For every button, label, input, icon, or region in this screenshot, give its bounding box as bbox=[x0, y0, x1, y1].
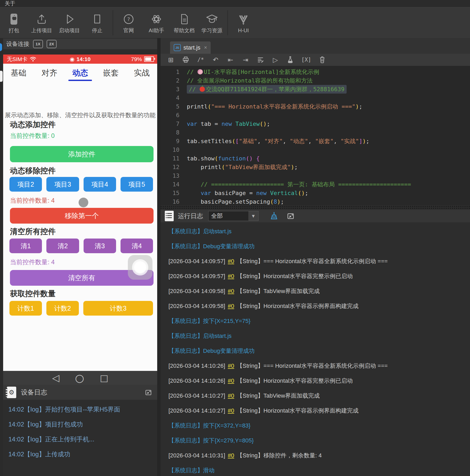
log-ref-link[interactable]: #0 bbox=[228, 288, 234, 295]
phone-button-项目3[interactable]: 项目3 bbox=[46, 177, 79, 192]
phone-tab-嵌套[interactable]: 嵌套 bbox=[96, 64, 127, 82]
log-timestamp: [2026-03-04 14:10:31] bbox=[168, 452, 225, 459]
flask-icon[interactable] bbox=[286, 56, 294, 64]
log-ref-link[interactable]: #0 bbox=[228, 273, 234, 280]
phone-button-计数3[interactable]: 计数3 bbox=[83, 301, 153, 316]
log-timestamp: [2026-03-04 14:10:26] bbox=[168, 377, 225, 384]
system-log-text: 【系统日志】按下{X=279,Y=805} bbox=[168, 437, 254, 445]
phone-button-清1[interactable]: 清1 bbox=[9, 239, 42, 253]
toolbar-button-打包[interactable]: 打包 bbox=[0, 10, 28, 36]
device-log-title: 设备日志 bbox=[21, 388, 145, 397]
toolbar-button-官网[interactable]: ?官网 bbox=[115, 10, 143, 36]
code-token: ; bbox=[359, 103, 362, 110]
log-ref-link[interactable]: #0 bbox=[228, 452, 234, 459]
emoji-apple bbox=[200, 86, 205, 92]
phone-button-项目5[interactable]: 项目5 bbox=[121, 177, 153, 192]
line-number: 13 bbox=[161, 171, 187, 180]
log-ref-link[interactable]: #0 bbox=[228, 377, 234, 384]
menu-about[interactable]: 关于 bbox=[5, 0, 15, 7]
log-ref-link[interactable]: #0 bbox=[228, 392, 234, 399]
log-ref-link[interactable]: #0 bbox=[228, 363, 234, 369]
line-number: 5 bbox=[161, 102, 187, 111]
phone-button-计数1[interactable]: 计数1 bbox=[9, 301, 42, 316]
code-token: "动态" bbox=[290, 138, 308, 144]
code-token: var bbox=[187, 121, 197, 127]
run-icon[interactable]: ▷ bbox=[271, 56, 279, 64]
horizontal-splitter[interactable] bbox=[161, 205, 470, 210]
clear-log-broom-icon[interactable] bbox=[270, 212, 278, 220]
code-line: 8 bbox=[161, 128, 470, 137]
toolbar-button-上传项目[interactable]: 上传项目 bbox=[28, 10, 56, 36]
log-message: 【String】Horizontal水平容器完整示例已启动 bbox=[237, 272, 353, 280]
run-log-popout-icon[interactable] bbox=[287, 212, 295, 220]
code-token: ; bbox=[281, 198, 284, 205]
system-log-text: 【系统日志】Debug变量清理成功 bbox=[168, 242, 255, 250]
variables-icon[interactable]: [X] bbox=[301, 56, 311, 64]
code-token: Vertical bbox=[270, 190, 298, 196]
tab-close-icon[interactable]: × bbox=[204, 45, 207, 51]
remove-first-button[interactable]: 移除第一个 bbox=[10, 208, 154, 224]
run-log-entry: [2026-03-04 14:10:27]#0【String】Horizonta… bbox=[161, 403, 470, 418]
comment-icon[interactable]: /* bbox=[197, 56, 205, 64]
panel-divider[interactable] bbox=[157, 38, 161, 476]
code-line: 15 var basicPage = new Vertical(); bbox=[161, 189, 470, 197]
new-file-icon[interactable]: ⊞ bbox=[167, 56, 175, 64]
editor-tab-startjs[interactable]: JS start.js × bbox=[170, 41, 211, 54]
toolbar-button-H-UI[interactable]: H-UI bbox=[229, 10, 257, 36]
nav-recents-icon[interactable]: □ bbox=[100, 373, 108, 383]
log-ref-link[interactable]: #0 bbox=[228, 258, 234, 265]
battery-percent-label: 79% bbox=[131, 56, 142, 62]
phone-button-项目2[interactable]: 项目2 bbox=[9, 177, 42, 192]
assistive-touch-button[interactable] bbox=[128, 255, 152, 280]
line-number: 2 bbox=[161, 76, 187, 85]
phone-button-计数2[interactable]: 计数2 bbox=[46, 301, 79, 316]
trash-icon[interactable] bbox=[318, 56, 326, 64]
sidebar-blue-handle[interactable] bbox=[0, 43, 2, 51]
format-icon[interactable] bbox=[256, 56, 264, 64]
code-token: ; bbox=[294, 164, 298, 170]
indent-icon[interactable]: ⇥ bbox=[242, 56, 249, 64]
phone-tab-实战[interactable]: 实战 bbox=[126, 64, 157, 82]
undo-icon[interactable]: ↶ bbox=[212, 56, 220, 64]
scale-2x-button[interactable]: 2X bbox=[47, 40, 57, 48]
toolbar-button-学习资源[interactable]: 学习资源 bbox=[198, 10, 226, 36]
log-ref-link[interactable]: #0 bbox=[228, 407, 234, 414]
log-timestamp: [2026-03-04 14:09:57] bbox=[168, 273, 225, 280]
code-token: { bbox=[253, 155, 260, 162]
outdent-icon[interactable]: ⇤ bbox=[227, 56, 234, 64]
toolbar-button-帮助文档[interactable]: 帮助文档 bbox=[170, 10, 198, 36]
phone-tab-bar: 基础对齐动态嵌套实战 bbox=[3, 64, 157, 82]
nav-back-icon[interactable]: ◁ bbox=[52, 372, 59, 383]
log-filter-dropdown[interactable]: 全部 ▼ bbox=[208, 211, 259, 221]
phone-button-清4[interactable]: 清4 bbox=[121, 239, 153, 253]
toolbar-button-停止[interactable]: 停止 bbox=[83, 10, 111, 36]
phone-tab-动态[interactable]: 动态 bbox=[65, 64, 96, 82]
line-number: 12 bbox=[161, 163, 187, 171]
code-token: ) bbox=[277, 198, 280, 205]
toolbar-button-AI助手[interactable]: AI助手 bbox=[143, 10, 170, 36]
toolbar-button-label: H-UI bbox=[238, 28, 249, 34]
system-log-text: 【系统日志】按下{X=372,Y=83} bbox=[168, 422, 250, 430]
device-log-popout-icon[interactable] bbox=[145, 388, 152, 397]
phone-tab-对齐[interactable]: 对齐 bbox=[34, 64, 65, 82]
log-ref-link[interactable]: #0 bbox=[228, 303, 234, 310]
phone-button-清3[interactable]: 清3 bbox=[84, 239, 116, 253]
scale-1x-button[interactable]: 1X bbox=[33, 40, 43, 48]
add-widget-button[interactable]: 添加控件 bbox=[10, 146, 154, 162]
recording-indicator-icon: ◉ bbox=[70, 56, 76, 62]
code-line: 14 // ===================== 第一页: 基础布局 ==… bbox=[161, 180, 470, 189]
toolbar-button-启动项目[interactable]: 启动项目 bbox=[56, 10, 83, 36]
sidebar-tab-handle[interactable] bbox=[0, 71, 3, 82]
phone-button-项目4[interactable]: 项目4 bbox=[84, 177, 116, 192]
print-icon[interactable] bbox=[182, 56, 190, 64]
phone-button-清2[interactable]: 清2 bbox=[46, 239, 79, 253]
code-editor[interactable]: 1// UI-水平容器[Horizontal]全新系统化示例2// 全面展示Ho… bbox=[161, 66, 470, 205]
run-log-header: 运行日志 全部 ▼ bbox=[161, 210, 470, 222]
question-circle-icon: ? bbox=[122, 12, 135, 26]
code-line: 10 bbox=[161, 145, 470, 154]
code-token: "基础" bbox=[239, 138, 258, 144]
log-message: 【String】Horizontal水平容器示例界面构建完成 bbox=[237, 407, 359, 415]
phone-tab-基础[interactable]: 基础 bbox=[3, 64, 34, 82]
code-token: new bbox=[221, 121, 232, 127]
nav-home-icon[interactable]: ○ bbox=[75, 372, 84, 384]
